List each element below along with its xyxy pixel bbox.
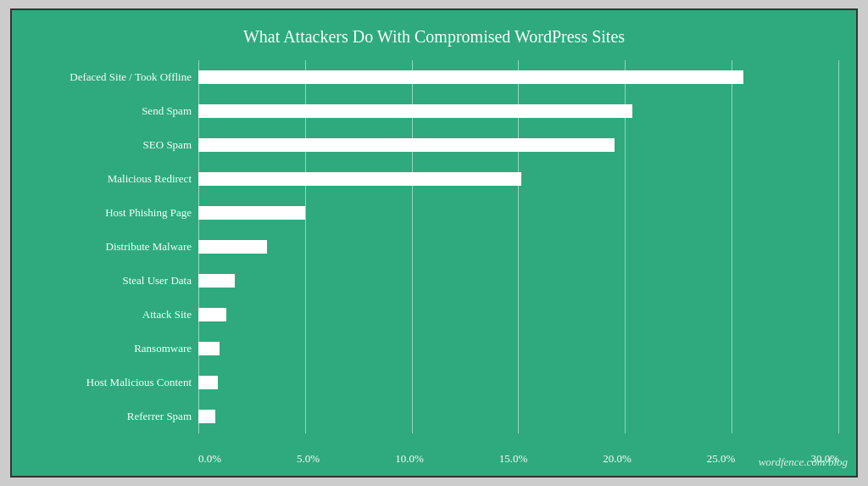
y-label: Attack Site: [29, 308, 192, 321]
bar: [198, 138, 615, 152]
bar: [198, 308, 226, 321]
y-labels: Defaced Site / Took OfflineSend SpamSEO …: [29, 60, 198, 433]
chart-title: What Attackers Do With Compromised WordP…: [29, 27, 839, 47]
x-tick: 15.0%: [499, 452, 528, 466]
y-label: Distribute Malware: [29, 240, 192, 254]
bar-row: [198, 373, 839, 392]
bar-row: [198, 136, 839, 154]
bar: [198, 376, 218, 389]
y-label: SEO Spam: [29, 138, 192, 152]
bar: [198, 240, 267, 254]
bar-row: [198, 407, 839, 426]
y-label: Host Phishing Page: [29, 206, 192, 220]
bar: [198, 172, 521, 186]
x-tick: 5.0%: [297, 452, 320, 466]
y-label: Send Spam: [29, 104, 192, 118]
watermark: wordfence.com/blog: [759, 455, 848, 469]
bar-row: [198, 305, 839, 324]
chart-container: What Attackers Do With Compromised WordP…: [10, 8, 858, 478]
x-tick: 25.0%: [707, 452, 736, 466]
y-label: Ransomware: [29, 342, 192, 355]
bar: [198, 410, 215, 423]
x-axis: 0.0%5.0%10.0%15.0%20.0%25.0%30.0%: [198, 452, 839, 466]
plot-area: 0.0%5.0%10.0%15.0%20.0%25.0%30.0%: [198, 60, 839, 433]
x-tick: 10.0%: [395, 452, 424, 466]
bar: [198, 104, 632, 118]
bar: [198, 274, 235, 288]
bar-row: [198, 271, 839, 290]
y-label: Host Malicious Content: [29, 376, 192, 389]
bar: [198, 206, 305, 220]
x-tick: 0.0%: [198, 452, 221, 466]
bar: [198, 342, 220, 355]
bar-row: [198, 170, 839, 188]
bar-row: [198, 237, 839, 256]
y-label: Steal User Data: [29, 274, 192, 288]
bar: [198, 70, 743, 84]
bar-row: [198, 204, 839, 222]
bar-row: [198, 68, 839, 87]
y-label: Malicious Redirect: [29, 172, 192, 186]
x-tick: 20.0%: [603, 452, 632, 466]
y-label: Defaced Site / Took Offline: [29, 70, 192, 84]
y-label: Referrer Spam: [29, 410, 192, 423]
bar-row: [198, 102, 839, 120]
bar-row: [198, 339, 839, 358]
chart-body: Defaced Site / Took OfflineSend SpamSEO …: [29, 60, 839, 433]
